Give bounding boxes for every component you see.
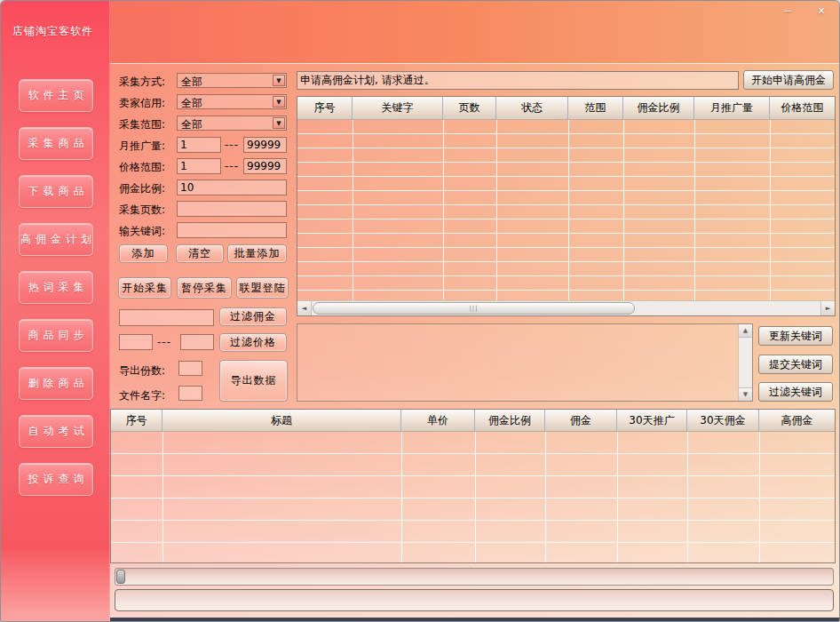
- chevron-down-icon[interactable]: ▼: [273, 117, 285, 129]
- close-icon[interactable]: ✕: [811, 4, 832, 18]
- scroll-up-icon[interactable]: ▲: [739, 324, 752, 338]
- column-header[interactable]: 标题: [162, 410, 401, 431]
- progress-bar: [115, 568, 834, 586]
- apply-high-commission-button[interactable]: 开始申请高佣金: [743, 70, 834, 90]
- column-header[interactable]: 30天推广: [617, 410, 687, 431]
- column-header[interactable]: 序号: [297, 97, 353, 119]
- price-range-from-field[interactable]: [177, 158, 221, 174]
- column-header[interactable]: 月推广量: [694, 97, 770, 119]
- product-table: 序号 标题 单价 佣金比例 佣金 30天推广 30天佣金 高佣金: [110, 409, 836, 563]
- sidebar-item-download-products[interactable]: 下载商品: [19, 175, 93, 208]
- monthly-promotion-to-field[interactable]: [243, 137, 287, 153]
- collect-method-label: 采集方式:: [119, 75, 165, 90]
- column-header[interactable]: 价格范围: [770, 97, 835, 119]
- pause-collect-button[interactable]: 暂停采集: [177, 277, 232, 299]
- filter-keywords-button[interactable]: 过滤关键词: [758, 382, 833, 402]
- collect-scope-select[interactable]: 全部 ▼: [177, 116, 287, 131]
- window-controls: ─ ✕: [777, 4, 832, 18]
- chevron-down-icon[interactable]: ▼: [273, 96, 285, 108]
- plan-message-field[interactable]: [297, 71, 739, 90]
- column-header[interactable]: 单价: [401, 410, 475, 431]
- column-header[interactable]: 佣金: [545, 410, 617, 431]
- column-header[interactable]: 页数: [443, 97, 496, 119]
- keyword-table-header: 序号 关键字 页数 状态 范围 佣金比例 月推广量 价格范围: [297, 97, 835, 120]
- keyword-table-body[interactable]: [297, 120, 835, 300]
- sidebar-item-collect-products[interactable]: 采集商品: [19, 127, 93, 160]
- app-window: ─ ✕ 店铺淘宝客软件 软件主页 采集商品 下载商品 高佣金计划 热词采集 商品…: [0, 0, 840, 622]
- keyword-input-field[interactable]: [177, 222, 287, 238]
- keyword-input-label: 输关键词:: [119, 224, 165, 239]
- collect-pages-label: 采集页数:: [119, 203, 165, 218]
- commission-ratio-label: 佣金比例:: [119, 181, 165, 196]
- price-filter-to-field[interactable]: [180, 334, 214, 350]
- column-header[interactable]: 状态: [496, 97, 568, 119]
- price-range-to-field[interactable]: [243, 158, 287, 174]
- batch-add-button[interactable]: 批量添加: [227, 244, 287, 263]
- sidebar-item-auto-exam[interactable]: 自动考试: [19, 415, 93, 448]
- keyword-table: 序号 关键字 页数 状态 范围 佣金比例 月推广量 价格范围 ◄ ► |||: [297, 96, 836, 316]
- update-keywords-button[interactable]: 更新关键词: [758, 326, 833, 346]
- minimize-icon[interactable]: ─: [777, 4, 798, 18]
- product-table-header: 序号 标题 单价 佣金比例 佣金 30天推广 30天佣金 高佣金: [111, 410, 835, 432]
- seller-credit-label: 卖家信用:: [119, 96, 165, 111]
- scrollbar-thumb[interactable]: |||: [313, 302, 635, 315]
- column-header[interactable]: 30天佣金: [687, 410, 759, 431]
- collect-method-value: 全部: [181, 75, 202, 90]
- product-table-body[interactable]: [111, 432, 835, 562]
- file-name-label: 文件名字:: [119, 388, 165, 403]
- status-bar: [115, 589, 834, 611]
- sidebar-item-software-home[interactable]: 软件主页: [19, 79, 93, 112]
- commission-ratio-field[interactable]: [177, 179, 287, 195]
- keyword-text-area[interactable]: ▲ ▼: [297, 323, 753, 402]
- sidebar: 店铺淘宝客软件 软件主页 采集商品 下载商品 高佣金计划 热词采集 商品同步 删…: [1, 1, 110, 621]
- scroll-left-icon[interactable]: ◄: [297, 301, 312, 315]
- seller-credit-value: 全部: [181, 96, 202, 111]
- collect-pages-field[interactable]: [177, 201, 287, 217]
- collect-scope-label: 采集范围:: [119, 117, 165, 132]
- scroll-down-icon[interactable]: ▼: [739, 387, 752, 401]
- monthly-promotion-from-field[interactable]: [177, 137, 221, 153]
- sidebar-item-complaint-query[interactable]: 投诉查询: [19, 463, 93, 496]
- sidebar-item-hot-word-collect[interactable]: 热词采集: [19, 271, 93, 304]
- range-separator: ---: [225, 160, 239, 172]
- vertical-scrollbar[interactable]: ▲ ▼: [738, 324, 752, 401]
- range-separator: ---: [225, 139, 239, 151]
- collect-method-select[interactable]: 全部 ▼: [177, 73, 287, 88]
- export-copies-label: 导出份数:: [119, 363, 165, 379]
- range-separator: ---: [157, 336, 171, 348]
- sidebar-item-product-sync[interactable]: 商品同步: [19, 319, 93, 352]
- filter-commission-button[interactable]: 过滤佣金: [219, 307, 287, 326]
- sidebar-item-high-commission-plan[interactable]: 高佣金计划: [19, 223, 93, 256]
- add-button[interactable]: 添加: [119, 244, 168, 263]
- export-copies-field[interactable]: [178, 361, 202, 376]
- content-area: 采集方式: 全部 ▼ 卖家信用: 全部 ▼ 采集范围: 全部 ▼ 月推广量: -…: [110, 63, 840, 622]
- column-header[interactable]: 关键字: [353, 97, 443, 119]
- column-header[interactable]: 佣金比例: [475, 410, 545, 431]
- export-data-button[interactable]: 导出数据: [219, 360, 288, 402]
- column-header[interactable]: 序号: [111, 410, 162, 431]
- column-header[interactable]: 佣金比例: [623, 97, 694, 119]
- price-range-label: 价格范围:: [119, 160, 165, 175]
- chevron-down-icon[interactable]: ▼: [273, 75, 285, 86]
- file-name-field[interactable]: [178, 386, 202, 401]
- clear-button[interactable]: 清空: [176, 244, 224, 263]
- submit-keywords-button[interactable]: 提交关键词: [758, 355, 833, 374]
- column-header[interactable]: 范围: [568, 97, 623, 119]
- price-filter-from-field[interactable]: [119, 334, 153, 350]
- sidebar-item-delete-products[interactable]: 删除商品: [19, 367, 93, 400]
- alliance-login-button[interactable]: 联盟登陆: [236, 277, 289, 299]
- progress-thumb[interactable]: [116, 570, 125, 584]
- filter-price-button[interactable]: 过滤价格: [219, 333, 287, 352]
- seller-credit-select[interactable]: 全部 ▼: [177, 94, 287, 109]
- scroll-right-icon[interactable]: ►: [820, 301, 835, 315]
- horizontal-scrollbar[interactable]: ◄ ► |||: [297, 300, 835, 315]
- column-header[interactable]: 高佣金: [759, 410, 835, 431]
- collect-scope-value: 全部: [181, 117, 202, 132]
- app-title: 店铺淘宝客软件: [12, 24, 93, 39]
- monthly-promotion-label: 月推广量:: [119, 139, 165, 154]
- start-collect-button[interactable]: 开始采集: [118, 277, 171, 299]
- commission-filter-field[interactable]: [119, 309, 214, 326]
